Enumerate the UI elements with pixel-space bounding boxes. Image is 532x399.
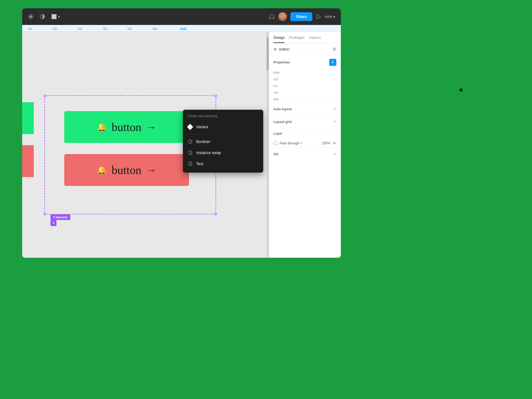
ruler-mark-800: 800 (127, 25, 132, 31)
button-red[interactable]: 🔔 button → (64, 154, 189, 186)
dropdown-item-variant[interactable]: Variant (183, 121, 263, 132)
avatar[interactable] (278, 12, 287, 21)
dropdown-item-instance-swap[interactable]: Instance swap (183, 147, 263, 158)
property-key-sho: sho (273, 97, 336, 101)
zoom-control[interactable]: 64% ▾ (325, 15, 335, 19)
bell-icon-red: 🔔 (97, 165, 107, 175)
button-label-green: button (112, 121, 141, 134)
ruler: 400 500 600 700 800 900 1035 (22, 25, 341, 32)
variants-add-button[interactable]: + (50, 220, 57, 226)
fill-section: Fill + (269, 148, 341, 160)
canvas-scrollbar[interactable] (267, 32, 269, 258)
ruler-mark-600: 600 (78, 25, 82, 31)
layer-title: Layer (273, 132, 282, 135)
add-property-icon: + (331, 60, 334, 65)
button-green[interactable]: 🔔 button → (64, 111, 189, 143)
corner-handle-tr (214, 95, 217, 97)
fill-title: Fill (273, 152, 278, 156)
component-name-row: ❖ button ⚙ (269, 43, 341, 55)
tab-inspect[interactable]: Inspect (309, 35, 321, 43)
ruler-mark-1035: 1035 (180, 25, 186, 31)
auto-layout-title: Auto layout (273, 107, 292, 111)
layout-grid-title: Layout grid (273, 120, 291, 124)
toolbar-center: Share 64% ▾ (269, 12, 335, 21)
play-icon[interactable] (316, 14, 322, 20)
eye-icon[interactable]: 👁 (332, 141, 336, 145)
dropdown-item-text[interactable]: Text (183, 158, 263, 169)
property-key-size: size (273, 71, 336, 75)
corner-handle-tl (44, 95, 46, 97)
panel-tabs: Design Prototype Inspect (269, 32, 341, 43)
right-panel: Design Prototype Inspect ❖ button ⚙ Prop… (269, 32, 341, 258)
fill-section-header: Fill + (269, 148, 341, 160)
property-key-cal: cal (273, 91, 336, 94)
layer-blend-mode-select[interactable]: Pass through ▾ (280, 141, 319, 145)
variants-badge: 4 Variants (50, 214, 70, 220)
property-row-sho: sho (269, 96, 341, 103)
layer-blend-mode-value: Pass through (280, 141, 299, 145)
dropdown-label-text: Text (196, 162, 203, 166)
component-icon[interactable]: ▾ (51, 14, 60, 20)
share-button[interactable]: Share (290, 12, 312, 21)
properties-section-header: Properties + (269, 55, 341, 69)
zoom-value: 64% (325, 15, 332, 19)
auto-layout-header: Auto layout + (269, 103, 341, 115)
layer-section-header: Layer (269, 128, 341, 139)
ruler-mark-500: 500 (53, 25, 57, 31)
layer-blend-chevron-icon: ▾ (300, 141, 302, 145)
component-name-label: button (279, 47, 332, 51)
dropdown-header: Create new property (183, 114, 263, 121)
dropdown-label-boolean: Boolean (196, 139, 210, 144)
property-row-cal: cal (269, 89, 341, 96)
contrast-icon[interactable] (39, 14, 45, 20)
ruler-inner: 400 500 600 700 800 900 1035 (22, 25, 341, 31)
fill-add-button[interactable]: + (333, 151, 336, 157)
canvas[interactable]: 🔔 button → 🔔 button → 4 Variants + Creat… (22, 32, 269, 258)
toolbar: ▾ Share (22, 8, 341, 25)
layer-opacity-value[interactable]: 100% (322, 141, 330, 145)
dropdown-divider (183, 134, 263, 134)
properties-title: Properties (273, 60, 290, 64)
layer-section: Layer Pass through ▾ 100% 👁 (269, 128, 341, 148)
dropdown-item-boolean[interactable]: Boolean (183, 136, 263, 147)
add-property-button[interactable]: + (329, 59, 336, 66)
content-area: 🔔 button → 🔔 button → 4 Variants + Creat… (22, 32, 341, 258)
svg-marker-2 (317, 14, 321, 19)
auto-layout-section: Auto layout + (269, 103, 341, 115)
ruler-mark-700: 700 (103, 25, 107, 31)
settings-icon[interactable]: ⚙ (332, 47, 336, 52)
tab-prototype[interactable]: Prototype (289, 35, 305, 43)
arrow-icon-green: → (146, 121, 156, 133)
tab-design[interactable]: Design (273, 35, 285, 43)
swatch-green (22, 102, 34, 134)
layout-grid-section: Layout grid + (269, 115, 341, 128)
property-key-col: col (273, 77, 336, 81)
boolean-icon (187, 139, 193, 144)
layer-blend-icon (273, 141, 277, 145)
corner-handle-bl (44, 213, 46, 215)
arrow-icon-red: → (146, 164, 156, 176)
layout-grid-add-button[interactable]: + (333, 119, 336, 125)
ruler-mark-900: 900 (152, 25, 157, 31)
property-row-col: col (269, 76, 341, 83)
figma-logo-icon[interactable] (28, 14, 34, 20)
dropdown-label-variant: Variant (196, 125, 208, 129)
property-row-size: size (269, 69, 341, 76)
property-row-ico: ico (269, 83, 341, 89)
instance-swap-icon (187, 150, 193, 155)
create-property-dropdown: Create new property Variant (183, 110, 263, 173)
toolbar-left: ▾ (28, 14, 60, 20)
scrollbar-thumb[interactable] (267, 37, 269, 70)
component-type-icon: ❖ (273, 47, 277, 52)
svg-rect-1 (52, 14, 57, 19)
bell-icon-green: 🔔 (97, 122, 107, 132)
text-property-icon (187, 161, 193, 167)
corner-handle-br (214, 213, 217, 215)
layout-grid-header: Layout grid + (269, 116, 341, 128)
ruler-mark-400: 400 (28, 25, 32, 31)
auto-layout-add-button[interactable]: + (333, 106, 336, 112)
headphones-icon[interactable] (269, 14, 275, 20)
swatch-red (22, 145, 34, 177)
dropdown-label-instance-swap: Instance swap (196, 150, 221, 155)
button-label-red: button (112, 163, 141, 177)
